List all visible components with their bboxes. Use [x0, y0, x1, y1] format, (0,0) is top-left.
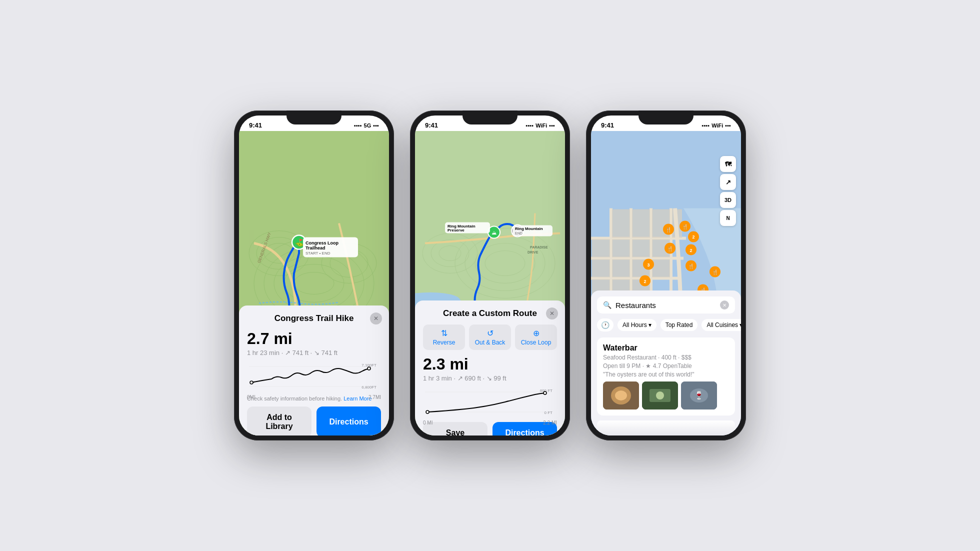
svg-point-117	[615, 390, 627, 400]
svg-text:Ring Mountain: Ring Mountain	[515, 226, 543, 231]
phone-notch-1	[286, 110, 342, 124]
close-loop-option[interactable]: ⊕ Close Loop	[515, 324, 557, 350]
out-back-icon: ↺	[471, 328, 509, 338]
wifi-icon-3: WiFi	[712, 122, 723, 128]
schedule-icon-btn: 🕐	[597, 318, 614, 332]
svg-point-24	[368, 367, 370, 370]
phones-container: 9:41 ▪▪▪▪ 5G ▪▪▪	[214, 90, 766, 460]
svg-text:2: 2	[692, 234, 694, 240]
food-photo-2	[642, 382, 678, 410]
svg-rect-76	[592, 260, 610, 278]
svg-text:Congress Loop: Congress Loop	[306, 240, 339, 246]
svg-point-56	[426, 410, 429, 414]
signal-icon-1: ▪▪▪▪	[354, 122, 362, 128]
status-time-3: 9:41	[601, 122, 614, 129]
food-photo-1	[603, 382, 639, 410]
svg-text:Preserve: Preserve	[448, 228, 464, 232]
location-button[interactable]: ↗	[720, 174, 736, 190]
trail-stats: 1 hr 23 min · ↗ 741 ft · ↘ 741 ft	[247, 349, 381, 356]
status-icons-1: ▪▪▪▪ 5G ▪▪▪	[354, 122, 379, 128]
place-status: Open till 9 PM · ★ 4.7 OpenTable	[603, 362, 692, 370]
svg-text:START • END: START • END	[306, 251, 330, 256]
phone-notch-3	[638, 110, 694, 124]
status-icons-3: ▪▪▪▪ WiFi ▪▪▪	[702, 122, 731, 128]
svg-text:END: END	[515, 232, 522, 235]
elevation-chart-2: 600 FT 0 FT 0 MI 2.2 MI	[423, 387, 557, 417]
top-rated-label: Top Rated	[666, 322, 693, 328]
battery-icon-2: ▪▪▪	[549, 122, 555, 128]
hours-filter[interactable]: All Hours ▾	[618, 319, 656, 331]
status-time-1: 9:41	[249, 122, 262, 129]
cuisines-filter[interactable]: All Cuisines ▾	[702, 319, 741, 331]
cuisines-label: All Cuisines	[706, 322, 738, 328]
map-layers-button[interactable]: 🗺	[720, 156, 736, 172]
svg-text:🍴: 🍴	[666, 226, 672, 233]
svg-text:DRIVE: DRIVE	[528, 250, 538, 254]
svg-rect-72	[592, 240, 610, 258]
trail-distance: 2.7 mi	[247, 330, 381, 348]
svg-text:🍴: 🍴	[712, 269, 718, 276]
status-time-2: 9:41	[425, 122, 438, 129]
svg-rect-69	[632, 210, 650, 238]
directions-button-1[interactable]: Directions	[316, 406, 381, 436]
route-stats: 1 hr 3 min · ↗ 690 ft · ↘ 99 ft	[423, 374, 557, 382]
svg-text:Trailhead: Trailhead	[306, 246, 326, 250]
battery-icon-3: ▪▪▪	[725, 122, 731, 128]
place-photo-1	[603, 382, 639, 410]
search-input[interactable]	[616, 301, 716, 310]
route-distance: 2.3 mi	[423, 355, 557, 374]
place-card-waterbar[interactable]: Waterbar Seafood Restaurant · 400 ft · $…	[597, 338, 735, 416]
status-icons-2: ▪▪▪▪ WiFi ▪▪▪	[526, 122, 555, 128]
search-icon: 🔍	[603, 301, 612, 309]
svg-text:🍴: 🍴	[688, 263, 694, 270]
svg-rect-68	[612, 210, 630, 238]
battery-icon-1: ▪▪▪	[373, 122, 379, 128]
out-back-label: Out & Back	[475, 339, 506, 346]
trail-sheet: Congress Trail Hike ✕ 2.7 mi 1 hr 23 min…	[239, 306, 389, 436]
place-quote: "The oysters are out of this world!"	[603, 371, 694, 378]
signal-icon-3: ▪▪▪▪	[702, 122, 710, 128]
trail-buttons: Add to Library Directions	[247, 406, 381, 436]
signal-icon-2: ▪▪▪▪	[526, 122, 534, 128]
svg-text:🍴: 🍴	[682, 224, 688, 230]
out-back-option[interactable]: ↺ Out & Back	[469, 324, 511, 350]
svg-text:0 FT: 0 FT	[544, 410, 553, 415]
place-type: Seafood Restaurant · 400 ft · $$$ Open t…	[603, 354, 729, 378]
food-photo-3: 🍷	[681, 382, 717, 410]
svg-point-120	[656, 392, 664, 400]
phone-2: 9:41 ▪▪▪▪ WiFi ▪▪▪	[410, 110, 570, 440]
search-bar[interactable]: 🔍 ✕	[597, 296, 735, 314]
compass-button[interactable]: N	[720, 210, 736, 226]
clear-search-button[interactable]: ✕	[720, 300, 729, 310]
svg-text:PARADISE: PARADISE	[530, 246, 548, 249]
hours-label: All Hours	[622, 322, 647, 328]
map-area-1[interactable]: ⛳ Congress Loop Trailhead START • END GE…	[239, 131, 389, 436]
svg-point-57	[544, 392, 546, 394]
search-panel: 🔍 ✕ 🕐 All Hours ▾ Top Rated	[591, 290, 741, 436]
route-close-button[interactable]: ✕	[546, 308, 558, 320]
reverse-icon: ⇅	[425, 328, 463, 338]
map-area-2[interactable]: ← 📍 ▲ ⛰ Ring Mountain Preserve	[415, 131, 565, 436]
more-results-teaser	[597, 420, 735, 436]
cuisines-chevron: ▾	[740, 322, 741, 328]
filter-row: 🕐 All Hours ▾ Top Rated All Cuisines ▾	[597, 318, 735, 332]
svg-text:6,800FT: 6,800FT	[362, 385, 376, 390]
svg-rect-74	[632, 240, 650, 258]
close-loop-label: Close Loop	[521, 339, 552, 346]
add-to-library-button[interactable]: Add to Library	[247, 406, 312, 436]
place-photo-3: 🍷	[681, 382, 717, 410]
chart-svg-1: 7,100FT 6,800FT	[247, 362, 381, 392]
svg-text:3: 3	[647, 262, 650, 268]
chart-x-right-2: 2.2 MI	[543, 420, 557, 426]
svg-point-23	[250, 381, 253, 384]
reverse-label: Reverse	[433, 339, 456, 346]
chart-x-left-1: 0MI	[247, 394, 256, 400]
top-rated-filter[interactable]: Top Rated	[660, 319, 698, 331]
3d-label: 3D	[724, 197, 732, 203]
map-area-3[interactable]: 🍴 🍴 2 🍴 2	[591, 131, 741, 436]
trail-close-button[interactable]: ✕	[370, 312, 382, 324]
trail-title: Congress Trail Hike	[247, 314, 381, 324]
3d-button[interactable]: 3D	[720, 192, 736, 208]
reverse-option[interactable]: ⇅ Reverse	[423, 324, 465, 350]
chart-x-right-1: 2.7MI	[368, 394, 381, 400]
